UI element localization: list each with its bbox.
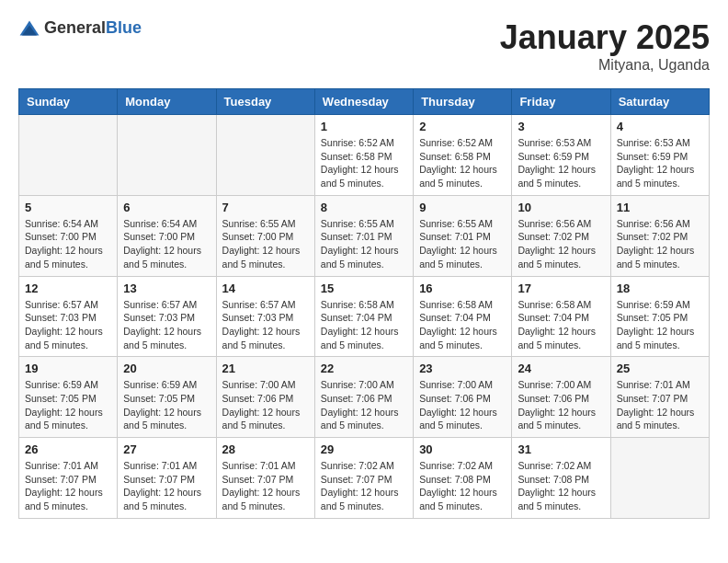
day-number: 20	[123, 362, 210, 375]
calendar-cell: 31Sunrise: 7:02 AMSunset: 7:08 PMDayligh…	[512, 438, 610, 519]
day-number: 14	[222, 282, 309, 295]
day-number: 5	[25, 201, 111, 214]
calendar-cell	[216, 115, 314, 196]
calendar-cell: 27Sunrise: 7:01 AMSunset: 7:07 PMDayligh…	[118, 438, 216, 519]
day-info: Sunrise: 6:52 AMSunset: 6:58 PMDaylight:…	[419, 136, 506, 190]
day-number: 3	[518, 120, 604, 133]
day-number: 2	[419, 120, 506, 133]
day-number: 31	[518, 442, 604, 456]
day-info: Sunrise: 7:00 AMSunset: 7:06 PMDaylight:…	[518, 378, 604, 432]
page-header: GeneralBlue January 2025 Mityana, Uganda	[18, 18, 710, 74]
day-info: Sunrise: 7:00 AMSunset: 7:06 PMDaylight:…	[419, 378, 506, 432]
day-info: Sunrise: 6:59 AMSunset: 7:05 PMDaylight:…	[617, 298, 703, 352]
calendar-cell: 2Sunrise: 6:52 AMSunset: 6:58 PMDaylight…	[414, 115, 512, 196]
day-info: Sunrise: 7:02 AMSunset: 7:07 PMDaylight:…	[321, 459, 407, 513]
calendar-cell: 15Sunrise: 6:58 AMSunset: 7:04 PMDayligh…	[314, 276, 413, 357]
calendar-cell: 28Sunrise: 7:01 AMSunset: 7:07 PMDayligh…	[216, 438, 314, 519]
calendar-cell: 7Sunrise: 6:55 AMSunset: 7:00 PMDaylight…	[216, 195, 314, 276]
day-number: 18	[617, 282, 703, 295]
calendar-cell	[19, 115, 118, 196]
calendar-cell: 25Sunrise: 7:01 AMSunset: 7:07 PMDayligh…	[610, 357, 709, 438]
calendar-cell: 23Sunrise: 7:00 AMSunset: 7:06 PMDayligh…	[414, 357, 512, 438]
calendar-cell: 12Sunrise: 6:57 AMSunset: 7:03 PMDayligh…	[19, 276, 118, 357]
column-header-sunday: Sunday	[19, 89, 118, 115]
calendar-cell: 17Sunrise: 6:58 AMSunset: 7:04 PMDayligh…	[512, 276, 610, 357]
day-info: Sunrise: 6:55 AMSunset: 7:00 PMDaylight:…	[222, 217, 309, 271]
calendar-cell: 19Sunrise: 6:59 AMSunset: 7:05 PMDayligh…	[19, 357, 118, 438]
column-header-friday: Friday	[512, 89, 610, 115]
week-row-3: 12Sunrise: 6:57 AMSunset: 7:03 PMDayligh…	[19, 276, 710, 357]
day-number: 16	[419, 282, 506, 295]
column-header-tuesday: Tuesday	[216, 89, 314, 115]
day-info: Sunrise: 6:52 AMSunset: 6:58 PMDaylight:…	[321, 136, 407, 190]
calendar-cell: 4Sunrise: 6:53 AMSunset: 6:59 PMDaylight…	[610, 115, 709, 196]
week-row-4: 19Sunrise: 6:59 AMSunset: 7:05 PMDayligh…	[19, 357, 710, 438]
day-info: Sunrise: 6:54 AMSunset: 7:00 PMDaylight:…	[123, 217, 210, 271]
day-info: Sunrise: 7:01 AMSunset: 7:07 PMDaylight:…	[617, 378, 703, 432]
day-info: Sunrise: 6:58 AMSunset: 7:04 PMDaylight:…	[518, 298, 604, 352]
calendar-cell: 14Sunrise: 6:57 AMSunset: 7:03 PMDayligh…	[216, 276, 314, 357]
day-info: Sunrise: 6:54 AMSunset: 7:00 PMDaylight:…	[25, 217, 111, 271]
day-info: Sunrise: 7:01 AMSunset: 7:07 PMDaylight:…	[25, 459, 111, 513]
day-number: 12	[25, 282, 111, 295]
day-number: 22	[321, 362, 407, 375]
calendar-cell: 24Sunrise: 7:00 AMSunset: 7:06 PMDayligh…	[512, 357, 610, 438]
day-info: Sunrise: 6:56 AMSunset: 7:02 PMDaylight:…	[518, 217, 604, 271]
day-number: 13	[123, 282, 210, 295]
calendar-cell: 6Sunrise: 6:54 AMSunset: 7:00 PMDaylight…	[118, 195, 216, 276]
day-info: Sunrise: 6:57 AMSunset: 7:03 PMDaylight:…	[123, 298, 210, 352]
calendar-cell: 13Sunrise: 6:57 AMSunset: 7:03 PMDayligh…	[118, 276, 216, 357]
calendar-cell	[610, 438, 709, 519]
calendar-table: SundayMondayTuesdayWednesdayThursdayFrid…	[18, 88, 710, 519]
day-number: 23	[419, 362, 506, 375]
logo-general: General	[44, 18, 106, 37]
calendar-cell: 10Sunrise: 6:56 AMSunset: 7:02 PMDayligh…	[512, 195, 610, 276]
calendar-cell	[118, 115, 216, 196]
column-header-monday: Monday	[118, 89, 216, 115]
day-number: 8	[321, 201, 407, 214]
location: Mityana, Uganda	[500, 57, 710, 74]
week-row-2: 5Sunrise: 6:54 AMSunset: 7:00 PMDaylight…	[19, 195, 710, 276]
day-info: Sunrise: 7:01 AMSunset: 7:07 PMDaylight:…	[123, 459, 210, 513]
calendar-header-row: SundayMondayTuesdayWednesdayThursdayFrid…	[19, 89, 710, 115]
day-number: 6	[123, 201, 210, 214]
day-number: 26	[25, 442, 111, 456]
calendar-cell: 3Sunrise: 6:53 AMSunset: 6:59 PMDaylight…	[512, 115, 610, 196]
day-info: Sunrise: 6:59 AMSunset: 7:05 PMDaylight:…	[25, 378, 111, 432]
day-info: Sunrise: 6:58 AMSunset: 7:04 PMDaylight:…	[321, 298, 407, 352]
week-row-1: 1Sunrise: 6:52 AMSunset: 6:58 PMDaylight…	[19, 115, 710, 196]
calendar-cell: 29Sunrise: 7:02 AMSunset: 7:07 PMDayligh…	[314, 438, 413, 519]
day-info: Sunrise: 6:56 AMSunset: 7:02 PMDaylight:…	[617, 217, 703, 271]
column-header-wednesday: Wednesday	[314, 89, 413, 115]
calendar-cell: 9Sunrise: 6:55 AMSunset: 7:01 PMDaylight…	[414, 195, 512, 276]
day-number: 10	[518, 201, 604, 214]
day-number: 19	[25, 362, 111, 375]
day-number: 29	[321, 442, 407, 456]
month-year: January 2025	[500, 18, 710, 57]
day-info: Sunrise: 6:55 AMSunset: 7:01 PMDaylight:…	[419, 217, 506, 271]
day-number: 15	[321, 282, 407, 295]
day-number: 28	[222, 442, 309, 456]
column-header-saturday: Saturday	[610, 89, 709, 115]
calendar-cell: 8Sunrise: 6:55 AMSunset: 7:01 PMDaylight…	[314, 195, 413, 276]
day-info: Sunrise: 6:53 AMSunset: 6:59 PMDaylight:…	[518, 136, 604, 190]
day-number: 30	[419, 442, 506, 456]
calendar-cell: 5Sunrise: 6:54 AMSunset: 7:00 PMDaylight…	[19, 195, 118, 276]
day-info: Sunrise: 6:59 AMSunset: 7:05 PMDaylight:…	[123, 378, 210, 432]
calendar-cell: 16Sunrise: 6:58 AMSunset: 7:04 PMDayligh…	[414, 276, 512, 357]
column-header-thursday: Thursday	[414, 89, 512, 115]
day-info: Sunrise: 7:02 AMSunset: 7:08 PMDaylight:…	[419, 459, 506, 513]
day-number: 17	[518, 282, 604, 295]
calendar-cell: 21Sunrise: 7:00 AMSunset: 7:06 PMDayligh…	[216, 357, 314, 438]
logo: GeneralBlue	[18, 18, 142, 38]
calendar-cell: 22Sunrise: 7:00 AMSunset: 7:06 PMDayligh…	[314, 357, 413, 438]
logo-icon	[18, 19, 40, 38]
day-info: Sunrise: 6:53 AMSunset: 6:59 PMDaylight:…	[617, 136, 703, 190]
calendar-cell: 26Sunrise: 7:01 AMSunset: 7:07 PMDayligh…	[19, 438, 118, 519]
day-number: 24	[518, 362, 604, 375]
day-info: Sunrise: 7:02 AMSunset: 7:08 PMDaylight:…	[518, 459, 604, 513]
title-block: January 2025 Mityana, Uganda	[500, 18, 710, 74]
day-info: Sunrise: 7:00 AMSunset: 7:06 PMDaylight:…	[222, 378, 309, 432]
day-info: Sunrise: 7:01 AMSunset: 7:07 PMDaylight:…	[222, 459, 309, 513]
calendar-cell: 18Sunrise: 6:59 AMSunset: 7:05 PMDayligh…	[610, 276, 709, 357]
